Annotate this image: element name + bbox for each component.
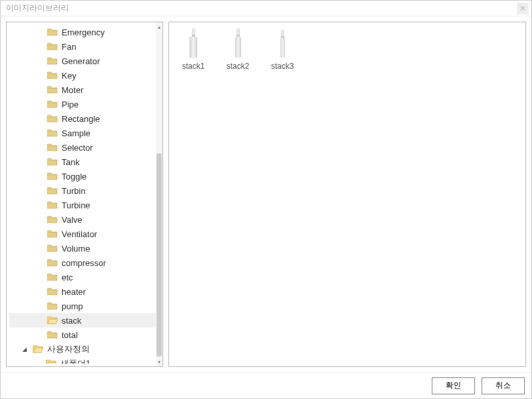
tree-item-rectangle[interactable]: Rectangle	[9, 111, 156, 126]
tree-item-label: Valve	[62, 215, 83, 225]
file-label: stack3	[271, 62, 294, 71]
tree-item-emergency[interactable]: Emergency	[9, 25, 156, 39]
folder-icon	[47, 316, 58, 324]
tree-item-label: Volume	[62, 244, 90, 254]
tree-panel: EmergencyFanGeneratorKeyMoterPipeRectang…	[6, 22, 163, 367]
tree-item-pipe[interactable]: Pipe	[9, 97, 156, 111]
tree-item-label: Generator	[62, 56, 100, 66]
tree-item-ventilator[interactable]: Ventilator	[9, 227, 156, 241]
cancel-button[interactable]: 취소	[482, 377, 525, 394]
tree-item-label: Fan	[62, 42, 76, 52]
tree-item-stack[interactable]: stack	[9, 313, 156, 328]
tree-item-label: Key	[62, 71, 76, 81]
folder-icon	[47, 302, 58, 310]
tree-item-label: Tank	[62, 157, 79, 167]
folder-icon	[47, 43, 58, 50]
tree-item-label: Pipe	[62, 100, 79, 109]
tree-item-label: Turbin	[62, 186, 85, 196]
tree-item-total[interactable]: total	[9, 328, 156, 342]
folder-icon	[47, 244, 58, 252]
dialog-window: 이미지라이브러리 ✕ EmergencyFanGeneratorKeyMoter…	[0, 0, 532, 399]
tree-item-label: Ventilator	[62, 229, 97, 239]
file-label: stack2	[227, 62, 250, 71]
footer: 확인 취소	[1, 372, 531, 398]
stack-icon	[272, 30, 293, 58]
tree-item-moter[interactable]: Moter	[9, 83, 156, 97]
folder-icon	[47, 201, 58, 209]
folder-icon	[47, 273, 58, 281]
tree-scroll[interactable]: EmergencyFanGeneratorKeyMoterPipeRectang…	[9, 25, 156, 364]
tree-item-pump[interactable]: pump	[9, 299, 156, 313]
tree-item-valve[interactable]: Valve	[9, 212, 156, 227]
file-item-stack1[interactable]: stack1	[177, 30, 210, 71]
folder-open-icon	[33, 345, 43, 353]
expand-icon[interactable]: ◢	[22, 346, 29, 352]
folder-icon	[47, 331, 58, 339]
file-panel: stack1stack2stack3	[168, 22, 526, 367]
tree-item-label: total	[62, 330, 78, 340]
tree-item-fan[interactable]: Fan	[9, 39, 156, 54]
folder-icon	[47, 86, 58, 94]
tree-item-label: heater	[62, 287, 86, 297]
tree-item-label: pump	[62, 301, 83, 311]
tree-item-label: Sample	[62, 128, 90, 138]
tree-item-sample[interactable]: Sample	[9, 126, 156, 140]
file-label: stack1	[182, 62, 205, 71]
folder-icon	[47, 187, 58, 195]
tree-item-label: Emergency	[62, 28, 105, 37]
folder-icon	[47, 71, 58, 79]
scrollbar-up-icon[interactable]: ▴	[156, 22, 162, 31]
titlebar: 이미지라이브러리 ✕	[1, 1, 531, 16]
tree-item-custom-root[interactable]: ◢사용자정의	[9, 342, 156, 356]
tree-item-key[interactable]: Key	[9, 68, 156, 83]
file-item-stack2[interactable]: stack2	[221, 30, 254, 71]
window-title: 이미지라이브러리	[6, 3, 69, 14]
tree-item-label: Turbine	[62, 200, 90, 210]
tree-item-generator[interactable]: Generator	[9, 54, 156, 68]
scrollbar-thumb[interactable]	[157, 153, 162, 356]
folder-icon	[47, 129, 58, 137]
stack-icon	[227, 30, 248, 58]
folder-icon	[47, 216, 58, 223]
tree-item-turbin[interactable]: Turbin	[9, 183, 156, 198]
tree-item-label: 새폴더1	[60, 358, 90, 364]
folder-icon	[47, 115, 58, 123]
tree-item-label: Toggle	[62, 172, 86, 181]
tree-item-selector[interactable]: Selector	[9, 140, 156, 155]
tree-item-label: stack	[62, 316, 81, 326]
folder-icon	[47, 100, 58, 108]
scrollbar-track[interactable]: ▴ ▾	[156, 22, 162, 366]
close-icon: ✕	[520, 4, 526, 13]
ok-button[interactable]: 확인	[432, 377, 475, 394]
folder-icon	[47, 259, 58, 267]
folder-icon	[47, 143, 58, 151]
close-button[interactable]: ✕	[517, 3, 529, 14]
tree-item-etc[interactable]: etc	[9, 270, 156, 284]
folder-icon	[47, 172, 58, 180]
stack-icon	[183, 30, 204, 58]
tree-item-label: Rectangle	[62, 114, 100, 124]
tree-item-label: Moter	[62, 85, 83, 95]
file-item-stack3[interactable]: stack3	[266, 30, 299, 71]
tree-item-turbine[interactable]: Turbine	[9, 198, 156, 212]
tree-item-custom-child[interactable]: 새폴더1	[9, 356, 156, 364]
tree-item-heater[interactable]: heater	[9, 284, 156, 299]
folder-icon	[47, 288, 58, 295]
tree-item-toggle[interactable]: Toggle	[9, 169, 156, 183]
tree-item-label: compressor	[62, 258, 106, 268]
folder-icon	[47, 57, 58, 65]
folder-open-icon	[46, 360, 56, 364]
folder-icon	[47, 28, 58, 36]
folder-icon	[47, 158, 58, 166]
tree-item-compressor[interactable]: compressor	[9, 256, 156, 270]
scrollbar-down-icon[interactable]: ▾	[156, 357, 162, 366]
tree-item-label: 사용자정의	[47, 343, 90, 355]
tree-item-volume[interactable]: Volume	[9, 241, 156, 256]
folder-icon	[47, 230, 58, 238]
content-area: EmergencyFanGeneratorKeyMoterPipeRectang…	[1, 16, 531, 372]
tree-item-label: etc	[62, 273, 73, 282]
tree-item-label: Selector	[62, 143, 93, 153]
tree-item-tank[interactable]: Tank	[9, 155, 156, 169]
